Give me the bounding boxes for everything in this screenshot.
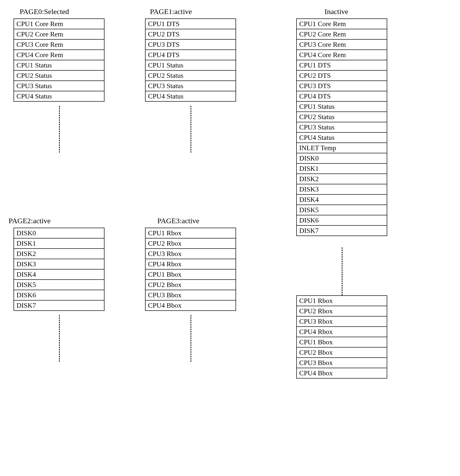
table-row: DISK1 [14,238,104,249]
table-row: CPU2 Rbox [145,238,236,249]
cell: CPU1 DTS [297,60,387,70]
cell: CPU3 Status [297,122,387,132]
table-row: CPU2 Bbox [297,347,387,358]
cell: CPU4 Status [145,91,236,101]
cell: CPU3 Core Rem [297,39,387,50]
table-row: CPU2 DTS [145,29,236,39]
table-row: CPU1 Bbox [145,269,236,280]
cell: CPU3 Bbox [297,358,387,368]
table-row: CPU2 DTS [297,70,387,81]
page2-table: DISK0 DISK1 DISK2 DISK3 DISK4 DISK5 DISK… [14,228,104,311]
table-row: DISK5 [14,280,104,290]
cell: CPU2 Rbox [145,238,236,249]
table-row: DISK6 [297,215,387,225]
table-row: CPU2 Core Rem [14,29,104,39]
table-row: CPU3 DTS [145,39,236,50]
cell: DISK5 [297,205,387,215]
page0-title: PAGE0:Selected [20,7,69,16]
cell: INLET Temp [297,143,387,153]
cell: DISK0 [14,228,104,238]
cell: CPU1 Bbox [297,337,387,347]
cell: CPU4 Status [297,132,387,143]
table-row: CPU3 Status [145,81,236,91]
table-row: DISK5 [297,205,387,215]
table-row: CPU1 DTS [297,60,387,70]
cell: DISK7 [297,225,387,236]
page0-table: CPU1 Core Rem CPU2 Core Rem CPU3 Core Re… [14,18,104,102]
table-row: CPU3 Status [14,81,104,91]
page3-table: CPU1 Rbox CPU2 Rbox CPU3 Rbox CPU4 Rbox … [145,228,236,311]
table-row: CPU4 Bbox [297,368,387,378]
cell: CPU2 Status [145,70,236,81]
table-row: DISK2 [14,249,104,259]
table-row: CPU3 Bbox [297,358,387,368]
cell: CPU3 Core Rem [14,39,104,50]
cell: CPU3 Bbox [145,290,236,300]
cell: CPU1 Core Rem [14,19,104,29]
table-row: CPU3 Rbox [297,316,387,327]
cell: CPU2 Rbox [297,306,387,316]
table-row: CPU4 Status [145,91,236,101]
table-row: CPU1 Status [14,60,104,70]
table-row: CPU4 Rbox [297,327,387,337]
table-row: DISK7 [14,300,104,311]
table-row: CPU1 Rbox [145,228,236,238]
diagram-canvas: PAGE0:Selected PAGE1:active Inactive PAG… [0,0,460,476]
cell: CPU1 DTS [145,19,236,29]
cell: CPU2 DTS [297,70,387,81]
table-row: DISK4 [14,269,104,280]
table-row: CPU1 Rbox [297,296,387,306]
cell: CPU3 Status [145,81,236,91]
cell: DISK1 [14,238,104,249]
cell: CPU4 DTS [145,50,236,60]
cell: DISK4 [297,194,387,205]
table-row: DISK4 [297,194,387,205]
table-row: CPU1 Status [297,101,387,112]
table-row: DISK0 [297,153,387,163]
cell: DISK2 [297,174,387,184]
table-row: DISK3 [297,184,387,194]
cell: CPU4 Bbox [145,300,236,311]
table-row: CPU1 Status [145,60,236,70]
table-row: DISK6 [14,290,104,300]
cell: CPU2 Bbox [145,280,236,290]
cell: DISK6 [297,215,387,225]
cell: CPU4 Rbox [145,259,236,269]
cell: CPU1 Status [145,60,236,70]
cell: CPU2 Bbox [297,347,387,358]
table-row: CPU2 Core Rem [297,29,387,39]
table-row: CPU3 Core Rem [14,39,104,50]
cell: CPU4 Core Rem [297,50,387,60]
table-row: CPU1 DTS [145,19,236,29]
continuation-line [191,315,191,362]
cell: CPU3 Status [14,81,104,91]
table-row: CPU2 Status [297,112,387,122]
table-row: CPU2 Status [145,70,236,81]
cell: DISK3 [14,259,104,269]
cell: DISK1 [297,163,387,174]
table-row: CPU2 Status [14,70,104,81]
cell: CPU1 Rbox [297,296,387,306]
table-row: CPU2 Rbox [297,306,387,316]
table-row: CPU1 Bbox [297,337,387,347]
table-row: INLET Temp [297,143,387,153]
page1-table: CPU1 DTS CPU2 DTS CPU3 DTS CPU4 DTS CPU1… [145,18,236,102]
table-row: DISK3 [14,259,104,269]
table-row: CPU4 Core Rem [14,50,104,60]
cell: CPU4 Bbox [297,368,387,378]
cell: DISK4 [14,269,104,280]
page1-title: PAGE1:active [150,7,192,16]
cell: CPU1 Core Rem [297,19,387,29]
continuation-line [59,315,60,362]
cell: CPU2 Core Rem [14,29,104,39]
table-row: CPU4 Status [297,132,387,143]
cell: CPU2 Status [14,70,104,81]
cell: CPU4 Rbox [297,327,387,337]
table-row: CPU4 DTS [297,91,387,101]
cell: DISK0 [297,153,387,163]
table-row: CPU3 Status [297,122,387,132]
table-row: CPU3 DTS [297,81,387,91]
table-row: CPU1 Core Rem [14,19,104,29]
cell: CPU1 Rbox [145,228,236,238]
table-row: CPU3 Rbox [145,249,236,259]
